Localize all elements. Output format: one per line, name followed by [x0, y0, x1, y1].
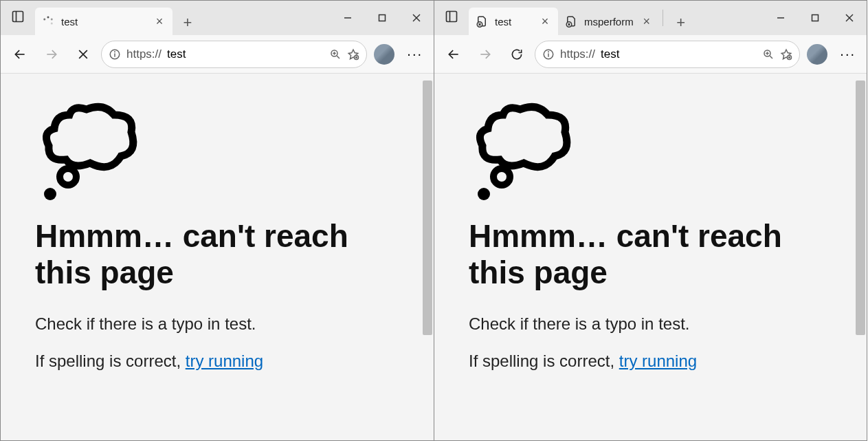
toolbar: https:// ···	[1, 35, 434, 74]
url-input[interactable]	[601, 47, 757, 61]
favorites-icon[interactable]	[347, 48, 359, 61]
svg-line-18	[337, 56, 340, 58]
error-message-2: If spelling is correct, try running	[469, 352, 832, 371]
back-button[interactable]	[440, 41, 467, 68]
svg-point-43	[548, 51, 549, 52]
zoom-icon[interactable]	[329, 48, 342, 61]
tab-test[interactable]: test ×	[35, 8, 173, 35]
svg-point-5	[43, 19, 45, 21]
error-heading: Hmmm… can't reach this page	[35, 218, 399, 291]
tab-test[interactable]: test ×	[469, 8, 558, 35]
svg-rect-7	[379, 15, 386, 21]
svg-point-52	[493, 169, 510, 185]
forward-button[interactable]	[471, 41, 499, 68]
loading-icon	[42, 15, 54, 28]
error-page-icon	[565, 15, 577, 28]
page-content: Hmmm… can't reach this page Check if the…	[434, 74, 867, 440]
try-running-link[interactable]: try running	[619, 352, 697, 370]
tab-close-icon[interactable]: ×	[641, 14, 653, 29]
url-input[interactable]	[167, 47, 324, 61]
minimize-button[interactable]	[764, 6, 798, 30]
thought-bubble-icon	[35, 94, 145, 204]
tab-close-icon[interactable]: ×	[539, 14, 551, 29]
close-window-button[interactable]	[399, 6, 434, 30]
titlebar: test × +	[1, 1, 434, 35]
error-heading: Hmmm… can't reach this page	[469, 218, 832, 291]
error-message-2: If spelling is correct, try running	[35, 352, 399, 371]
error-message-1: Check if there is a typo in test.	[35, 314, 399, 334]
svg-point-53	[478, 188, 490, 200]
svg-rect-0	[13, 12, 23, 22]
forward-button[interactable]	[38, 41, 65, 68]
error-message-1: Check if there is a typo in test.	[469, 314, 832, 334]
svg-point-4	[51, 23, 53, 25]
new-tab-button[interactable]: +	[175, 10, 200, 35]
profile-avatar[interactable]	[807, 44, 827, 65]
site-info-icon[interactable]	[542, 48, 555, 61]
zoom-icon[interactable]	[762, 48, 775, 61]
svg-point-25	[60, 169, 76, 185]
tab-strip: test × msperform × +	[469, 1, 764, 35]
close-window-button[interactable]	[832, 6, 867, 30]
site-info-icon[interactable]	[109, 48, 121, 61]
svg-line-45	[770, 56, 773, 58]
scrollbar[interactable]	[423, 80, 432, 335]
thought-bubble-icon	[469, 94, 579, 204]
new-tab-button[interactable]: +	[669, 10, 693, 35]
tab-title: test	[61, 16, 146, 28]
favorites-icon[interactable]	[780, 48, 792, 61]
scrollbar[interactable]	[856, 80, 865, 335]
url-scheme: https://	[560, 47, 595, 61]
window-controls	[764, 6, 867, 30]
error-page-icon	[476, 15, 488, 28]
address-bar[interactable]: https://	[101, 41, 367, 68]
titlebar: test × msperform × +	[434, 1, 867, 35]
svg-point-16	[115, 51, 115, 52]
tab-close-icon[interactable]: ×	[153, 14, 166, 29]
tab-title: test	[495, 16, 532, 28]
more-menu-button[interactable]: ···	[834, 46, 861, 62]
svg-rect-36	[812, 15, 819, 21]
toolbar: https:// ···	[434, 35, 867, 74]
profile-avatar[interactable]	[374, 44, 394, 65]
tab-title: msperform	[584, 16, 634, 28]
svg-point-2	[47, 17, 49, 19]
browser-window-left: test × + https:// ··· Hmmm… c	[0, 0, 434, 441]
url-scheme: https://	[126, 47, 162, 61]
tab-actions-icon[interactable]	[11, 10, 25, 26]
svg-point-3	[51, 19, 53, 21]
page-content: Hmmm… can't reach this page Check if the…	[1, 74, 434, 440]
try-running-link[interactable]: try running	[186, 352, 263, 370]
address-bar[interactable]: https://	[535, 41, 800, 68]
minimize-button[interactable]	[331, 6, 365, 30]
more-menu-button[interactable]: ···	[401, 46, 428, 62]
window-controls	[331, 6, 434, 30]
back-button[interactable]	[6, 41, 34, 68]
svg-point-26	[44, 188, 56, 200]
refresh-button[interactable]	[503, 41, 531, 68]
stop-button[interactable]	[69, 41, 97, 68]
tab-msperform[interactable]: msperform ×	[558, 8, 660, 35]
maximize-button[interactable]	[365, 6, 399, 30]
svg-rect-27	[447, 12, 457, 22]
maximize-button[interactable]	[798, 6, 832, 30]
browser-window-right: test × msperform × + https://	[434, 0, 867, 441]
tab-strip: test × +	[35, 1, 331, 35]
tab-actions-icon[interactable]	[445, 10, 458, 26]
